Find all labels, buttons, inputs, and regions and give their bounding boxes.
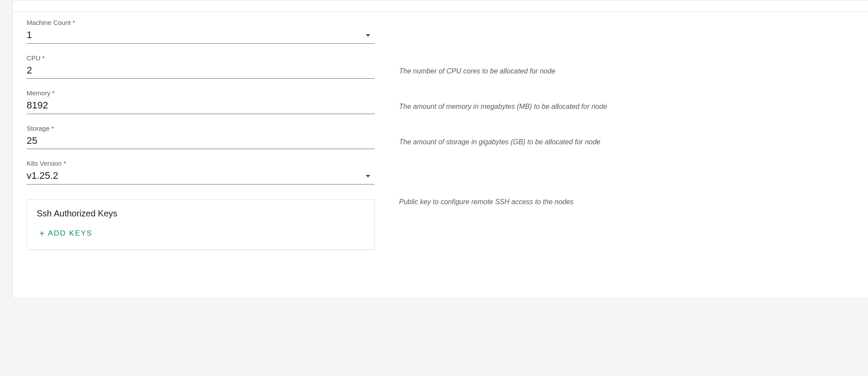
ssh-keys-help-text: Public key to configure remote SSH acces…: [399, 195, 573, 209]
k8s-version-field: K8s Version * v1.25.2: [27, 160, 375, 185]
ssh-keys-card: Ssh Authorized Keys + ADD KEYS: [27, 199, 375, 250]
storage-row: Storage * The amount of storage in gigab…: [27, 125, 851, 150]
memory-label: Memory *: [27, 89, 375, 97]
memory-row: Memory * The amount of memory in megabyt…: [27, 89, 851, 114]
k8s-version-label: K8s Version *: [27, 160, 375, 167]
k8s-version-value: v1.25.2: [27, 170, 375, 182]
cpu-field: CPU *: [27, 54, 375, 79]
storage-label: Storage *: [27, 125, 375, 132]
ssh-keys-row: Ssh Authorized Keys + ADD KEYS Public ke…: [27, 195, 851, 250]
ssh-keys-title: Ssh Authorized Keys: [37, 209, 365, 219]
machine-count-label: Machine Count *: [27, 19, 375, 26]
machine-count-select[interactable]: 1: [27, 29, 375, 44]
k8s-version-row: K8s Version * v1.25.2: [27, 160, 851, 185]
plus-icon: +: [39, 229, 45, 238]
form-area: Machine Count * 1 CPU * The number of CP…: [13, 12, 868, 267]
cpu-label: CPU *: [27, 54, 375, 62]
add-keys-button[interactable]: + ADD KEYS: [37, 227, 95, 240]
machine-count-row: Machine Count * 1: [27, 19, 851, 44]
k8s-version-select[interactable]: v1.25.2: [27, 170, 375, 185]
cpu-row: CPU * The number of CPU cores to be allo…: [27, 54, 851, 79]
memory-help-text: The amount of memory in megabytes (MB) t…: [399, 102, 607, 114]
add-keys-label: ADD KEYS: [48, 229, 93, 238]
storage-field: Storage *: [27, 125, 375, 150]
storage-input[interactable]: [27, 135, 375, 147]
memory-input[interactable]: [27, 99, 375, 112]
storage-help-text: The amount of storage in gigabytes (GB) …: [399, 138, 601, 150]
machine-count-value: 1: [27, 29, 375, 42]
machine-count-field: Machine Count * 1: [27, 19, 375, 44]
memory-field: Memory *: [27, 89, 375, 114]
cpu-help-text: The number of CPU cores to be allocated …: [399, 67, 556, 79]
panel-top-divider: [13, 0, 868, 12]
cpu-input[interactable]: [27, 64, 375, 77]
config-panel: Machine Count * 1 CPU * The number of CP…: [12, 0, 868, 297]
